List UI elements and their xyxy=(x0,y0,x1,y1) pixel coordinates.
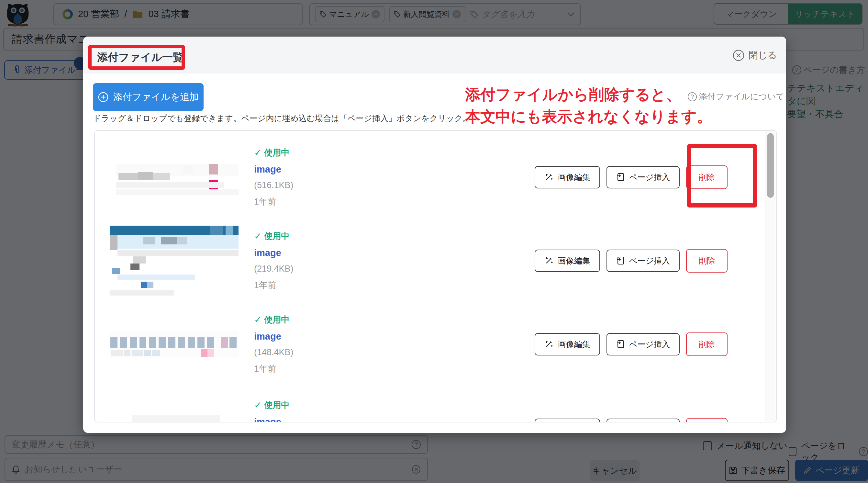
row-actions: 画像編集 ページ挿入 削除 xyxy=(535,418,727,423)
page-insert-icon xyxy=(616,256,625,265)
close-icon xyxy=(733,49,745,61)
attachment-name-link[interactable]: image xyxy=(254,331,487,342)
edit-image-button[interactable]: 画像編集 xyxy=(535,166,600,188)
attachment-info: ✓使用中 image (158.7KB) 1年前 xyxy=(254,399,487,423)
attachment-thumbnail[interactable] xyxy=(116,412,239,422)
delete-button[interactable]: 削除 xyxy=(686,249,727,273)
scrollbar-track[interactable] xyxy=(765,131,775,421)
annotation-note-line2: 本文中にも表示されなくなります。 xyxy=(465,105,712,127)
attachment-name-link[interactable]: image xyxy=(254,417,487,423)
edit-image-button[interactable]: 画像編集 xyxy=(535,333,600,356)
status-badge: ✓使用中 xyxy=(254,147,487,158)
page-insert-icon xyxy=(616,340,625,349)
annotation-note-line1: 添付ファイルから削除すると、 xyxy=(465,84,712,105)
magic-wand-icon xyxy=(545,256,553,265)
row-actions: 画像編集 ページ挿入 削除 xyxy=(535,332,727,356)
attachment-age: 1年前 xyxy=(254,279,487,291)
attachment-thumbnail[interactable] xyxy=(116,156,239,198)
attachment-row: ✓使用中 image (219.4KB) 1年前 画像編集 ページ挿入 削除 xyxy=(110,220,727,301)
check-icon: ✓ xyxy=(254,147,261,158)
delete-button[interactable]: 削除 xyxy=(686,332,727,356)
status-badge: ✓使用中 xyxy=(254,314,487,325)
page: 20 営業部 / 03 請求書 マニュアル ✕ 新人閲覧資料 ✕ タグ名を入力 xyxy=(0,0,868,483)
check-icon: ✓ xyxy=(254,314,261,325)
status-badge: ✓使用中 xyxy=(254,399,487,411)
insert-page-button[interactable]: ページ挿入 xyxy=(607,333,680,356)
attachment-list: ✓使用中 image (516.1KB) 1年前 画像編集 ページ挿入 削除 xyxy=(94,130,777,422)
status-badge: ✓使用中 xyxy=(254,231,487,242)
attachment-size: (516.1KB) xyxy=(254,180,487,190)
attachment-name-link[interactable]: image xyxy=(254,164,487,175)
delete-button[interactable]: 削除 xyxy=(686,418,727,423)
attachment-info: ✓使用中 image (148.4KB) 1年前 xyxy=(254,314,487,374)
close-button-label: 閉じる xyxy=(749,49,777,62)
attachment-name-link[interactable]: image xyxy=(254,248,487,258)
scrollbar-thumb[interactable] xyxy=(767,133,774,198)
check-icon: ✓ xyxy=(254,231,261,241)
modal-header xyxy=(83,37,786,73)
page-insert-icon xyxy=(616,173,625,182)
attachment-age: 1年前 xyxy=(254,196,487,208)
magic-wand-icon xyxy=(545,173,553,182)
annotation-box-delete xyxy=(687,144,757,208)
attachment-thumbnail[interactable] xyxy=(110,225,239,296)
edit-image-button[interactable]: 画像編集 xyxy=(535,419,600,423)
check-icon: ✓ xyxy=(254,400,261,411)
attachment-info: ✓使用中 image (219.4KB) 1年前 xyxy=(254,231,487,291)
annotation-note: 添付ファイルから削除すると、 本文中にも表示されなくなります。 xyxy=(465,84,712,127)
row-actions: 画像編集 ページ挿入 削除 xyxy=(535,249,727,273)
add-attachment-button[interactable]: 添付ファイルを追加 xyxy=(93,83,204,111)
attachment-size: (219.4KB) xyxy=(254,264,487,274)
attachment-thumbnail[interactable] xyxy=(110,331,239,357)
attachment-row: ✓使用中 image (516.1KB) 1年前 画像編集 ページ挿入 削除 xyxy=(110,143,727,212)
annotation-box-title xyxy=(88,45,185,70)
attachment-row: ✓使用中 image (158.7KB) 1年前 画像編集 ページ挿入 削除 xyxy=(110,392,727,422)
edit-image-button[interactable]: 画像編集 xyxy=(535,250,600,272)
drag-drop-hint: ドラッグ＆ドロップでも登録できます。ページ内に埋め込む場合は「ページ挿入」ボタン… xyxy=(93,113,471,124)
attachment-size: (148.4KB) xyxy=(254,348,487,357)
plus-circle-icon xyxy=(98,92,109,102)
insert-page-button[interactable]: ページ挿入 xyxy=(607,419,680,423)
insert-page-button[interactable]: ページ挿入 xyxy=(607,250,680,272)
add-attachment-label: 添付ファイルを追加 xyxy=(113,91,199,103)
attachment-age: 1年前 xyxy=(254,363,487,374)
insert-page-button[interactable]: ページ挿入 xyxy=(607,166,680,188)
attachment-row: ✓使用中 image (148.4KB) 1年前 画像編集 ページ挿入 削除 xyxy=(110,311,727,378)
magic-wand-icon xyxy=(545,340,553,349)
attachment-info: ✓使用中 image (516.1KB) 1年前 xyxy=(254,147,487,208)
close-button[interactable]: 閉じる xyxy=(733,49,777,62)
